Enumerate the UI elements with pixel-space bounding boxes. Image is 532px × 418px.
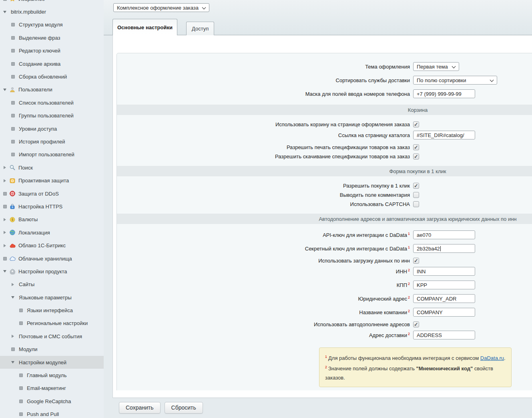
chevron-collapsed-icon[interactable] xyxy=(10,283,16,286)
chevron-collapsed-icon[interactable] xyxy=(10,335,16,338)
order-type-select[interactable]: Комплексное оформление заказа xyxy=(113,3,209,12)
globe-icon xyxy=(9,229,16,236)
checkbox[interactable]: ✓ xyxy=(413,144,419,150)
svg-text:$: $ xyxy=(12,218,14,222)
bullet-icon xyxy=(18,309,24,312)
text-input[interactable]: +7 (999) 999-99-99 xyxy=(413,89,475,98)
main-content: Комплексное оформление заказа Основные н… xyxy=(104,0,532,418)
checkmark-icon: ✓ xyxy=(414,183,418,188)
currency-coin-icon: $ xyxy=(9,216,16,223)
chevron-expanded-icon[interactable] xyxy=(2,11,8,13)
text-input[interactable]: ae070 xyxy=(413,230,475,239)
text-input[interactable]: INN xyxy=(413,267,475,276)
sidebar-item[interactable]: Облачные хранилища xyxy=(0,252,104,265)
field-control: ae070 xyxy=(413,230,475,239)
field-control: ✓ xyxy=(413,153,419,160)
tab-access[interactable]: Доступ xyxy=(186,22,214,35)
field-value: INN xyxy=(417,269,426,275)
chevron-expanded-icon[interactable] xyxy=(10,361,16,363)
sidebar-item[interactable]: Модули xyxy=(0,343,104,356)
sidebar-item-label: Облачные хранилища xyxy=(18,256,72,262)
tab-bar: Основные настройки Доступ xyxy=(112,19,214,35)
chevron-expanded-icon[interactable] xyxy=(2,270,8,273)
sidebar-item[interactable]: Push and Pull xyxy=(0,408,104,418)
action-bar: Сохранить Сбросить xyxy=(119,402,203,414)
chevron-collapsed-icon[interactable] xyxy=(2,244,8,247)
checkbox[interactable]: ✓ xyxy=(413,258,419,264)
sidebar-item[interactable]: Импорт пользователей xyxy=(0,148,104,161)
sidebar-item[interactable]: Google ReCaptcha xyxy=(0,395,104,408)
form-row: Разрешить скачивание спецификации товаро… xyxy=(117,153,532,160)
sidebar-item[interactable]: Пользователи xyxy=(0,83,104,96)
checkbox[interactable]: ✓ xyxy=(413,153,419,160)
tab-main-settings[interactable]: Основные настройки xyxy=(112,19,177,35)
reset-button[interactable]: Сбросить xyxy=(165,402,203,414)
bullet-icon xyxy=(10,347,16,351)
sidebar-item[interactable]: $Валюты xyxy=(0,213,104,226)
chevron-expanded-icon[interactable] xyxy=(2,89,8,91)
chevron-collapsed-icon[interactable] xyxy=(2,218,8,221)
field-control: +7 (999) 999-99-99 xyxy=(413,89,475,98)
chevron-collapsed-icon[interactable] xyxy=(2,166,8,169)
sidebar-item[interactable]: Языковые параметры xyxy=(0,291,104,304)
sidebar-item[interactable]: Группы пользователей xyxy=(0,109,104,122)
sidebar-item[interactable]: Уровни доступа xyxy=(0,122,104,135)
sidebar-item-label: Сайты xyxy=(19,281,34,287)
chevron-collapsed-icon[interactable] xyxy=(2,179,8,182)
form-row: Использовать CAPTCHA xyxy=(117,201,532,207)
sidebar-item[interactable]: Сборка обновлений xyxy=(0,70,104,83)
sidebar-item[interactable]: Редактор ключей xyxy=(0,44,104,57)
text-input[interactable]: COMPANY_ADR xyxy=(413,294,475,303)
sidebar-item[interactable]: SНастройка HTTPS xyxy=(0,200,104,213)
sidebar-item[interactable]: История профилей xyxy=(0,135,104,148)
save-button[interactable]: Сохранить xyxy=(119,402,161,414)
chevron-collapsed-icon[interactable] xyxy=(2,231,8,234)
text-input[interactable]: COMPANY xyxy=(413,308,475,317)
select-field[interactable]: По полю сортировки xyxy=(413,76,497,85)
sidebar-item[interactable]: Почтовые и СМС события xyxy=(0,330,104,343)
sidebar-item[interactable]: Проактивная защита xyxy=(0,174,104,187)
sidebar-item[interactable]: Облако 1С-Битрикс xyxy=(0,239,104,252)
sidebar-item[interactable]: Поиск xyxy=(0,161,104,174)
settings-panel: Тема оформленияПервая темаСортировать сл… xyxy=(112,35,532,398)
text-input[interactable]: #SITE_DIR#catalog/ xyxy=(413,131,475,139)
sidebar-item[interactable]: Сайты xyxy=(0,278,104,291)
text-input[interactable]: 2b32ba42 xyxy=(413,244,475,253)
bullet-icon xyxy=(10,75,16,79)
bullet-icon xyxy=(2,192,8,196)
text-input[interactable]: ADDRESS xyxy=(413,331,475,339)
field-label: Юридический адрес2 xyxy=(117,295,413,302)
sidebar-item-label: Уровни доступа xyxy=(19,126,57,132)
chevron-expanded-icon[interactable] xyxy=(10,296,16,299)
sidebar-item[interactable]: Создание архива xyxy=(0,57,104,70)
sidebar-item[interactable]: Защита от DDoS xyxy=(0,187,104,200)
safe-icon xyxy=(9,178,16,184)
dadata-link[interactable]: DaData.ru xyxy=(480,355,504,361)
user-icon xyxy=(9,87,16,93)
checkbox[interactable] xyxy=(413,192,419,198)
select-field[interactable]: Первая тема xyxy=(413,62,459,71)
sidebar-item[interactable]: Список пользователей xyxy=(0,96,104,109)
text-input[interactable]: KPP xyxy=(413,281,475,289)
form-row: Ссылка на страницу каталога#SITE_DIR#cat… xyxy=(117,131,532,139)
checkbox[interactable]: ✓ xyxy=(413,121,419,127)
checkbox[interactable] xyxy=(413,201,419,207)
sidebar-item[interactable]: Email-маркетинг xyxy=(0,382,104,395)
sidebar-item[interactable]: Выделение фраз xyxy=(0,31,104,44)
field-label: Секретный ключ для интеграции с DaData1 xyxy=(117,245,413,252)
sidebar-item[interactable]: bitrix.mpbuilder xyxy=(0,5,104,18)
checkbox[interactable]: ✓ xyxy=(413,183,419,189)
sidebar-item-label: Email-маркетинг xyxy=(27,385,66,391)
sidebar-item[interactable]: Локализация xyxy=(0,226,104,239)
sidebar-item-label: Импорт пользователей xyxy=(19,151,74,158)
sidebar-item[interactable]: Настройки продукта xyxy=(0,265,104,278)
sidebar-item[interactable]: Главный модуль xyxy=(0,369,104,382)
checkbox[interactable]: ✓ xyxy=(413,321,419,327)
sidebar-item[interactable]: Избранное xyxy=(0,0,104,5)
sidebar-item[interactable]: Региональные настройки xyxy=(0,317,104,330)
sidebar-item[interactable]: Структура модуля xyxy=(0,18,104,31)
field-label: Сортировать службы доставки xyxy=(117,77,413,83)
footnote-marker-1: 1 xyxy=(325,355,327,359)
sidebar-item[interactable]: Настройки модулей xyxy=(0,356,104,369)
sidebar-item[interactable]: Языки интерфейса xyxy=(0,304,104,317)
